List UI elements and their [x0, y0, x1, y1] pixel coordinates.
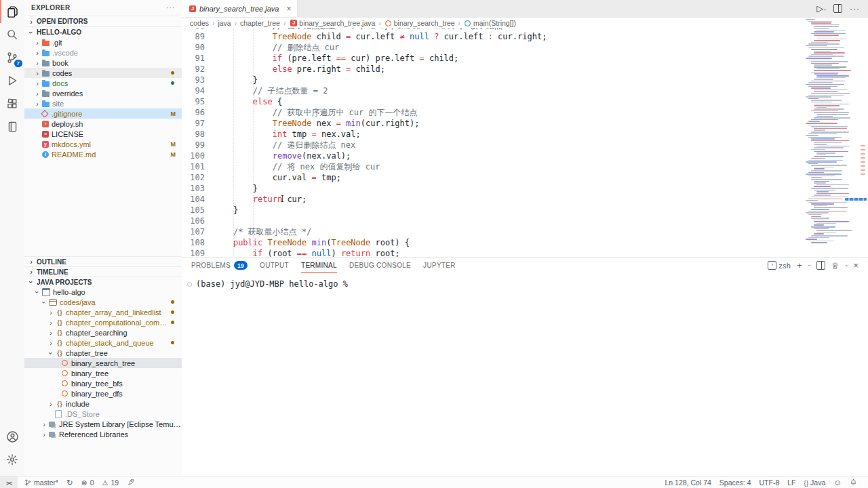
code-line[interactable]: 96 // 获取中序遍历中 cur 的下一个结点	[182, 107, 806, 118]
code-line[interactable]: 102 cur.val = tmp;	[182, 172, 806, 183]
close-tab-icon[interactable]: ×	[286, 4, 291, 14]
java-project-chapter-searching[interactable]: ›{ }chapter_searching	[24, 327, 182, 338]
status-feedback[interactable]: ☺	[833, 479, 842, 487]
file--gitignore[interactable]: .gitignoreM	[24, 108, 182, 119]
code-line[interactable]: 97 TreeNode nex = min(cur.right);	[182, 118, 806, 129]
more-actions-button[interactable]: ···	[850, 4, 860, 14]
java-project-chapter-computational-complexity[interactable]: ›{ }chapter_computational_complexity	[24, 317, 182, 327]
terminal-profile-button[interactable]: › zsh	[768, 261, 791, 270]
run-button[interactable]: ▷ ›	[816, 4, 826, 13]
file-book[interactable]: ›book	[24, 58, 182, 68]
split-editor-button[interactable]	[833, 4, 842, 13]
code-line[interactable]: 109 if (root == null) return root;	[182, 248, 806, 257]
file-site[interactable]: ›site	[24, 98, 182, 108]
panel-tab-terminal[interactable]: TERMINAL	[301, 258, 337, 273]
status-sync[interactable]: ↻	[66, 476, 73, 488]
code-line[interactable]: 103 }	[182, 183, 806, 194]
java-project-binary-tree[interactable]: binary_tree	[24, 368, 182, 378]
code-line[interactable]: 98 int tmp = nex.val;	[182, 129, 806, 140]
code-line[interactable]: 107 /* 获取最小结点 */	[182, 226, 806, 237]
activity-account[interactable]	[0, 425, 24, 448]
activity-notebook[interactable]	[0, 115, 24, 138]
code-line[interactable]: 105 }	[182, 205, 806, 216]
status-errors[interactable]: ⊗ 0	[81, 476, 94, 488]
file--vscode[interactable]: ›.vscode	[24, 47, 182, 58]
activity-search[interactable]	[0, 23, 24, 46]
section-java-projects[interactable]: › JAVA PROJECTS	[24, 277, 182, 287]
section-outline[interactable]: › OUTLINE	[24, 256, 182, 266]
file-docs[interactable]: ›docs	[24, 78, 182, 88]
code-line[interactable]: 92 else pre.right = child;	[182, 64, 806, 75]
code-line[interactable]: 100 remove(nex.val);	[182, 150, 806, 161]
breadcrumb-item[interactable]: Jbinary_search_tree.java	[289, 19, 375, 27]
status-git-branch[interactable]: master*	[24, 476, 58, 488]
breadcrumb-item[interactable]: codes	[190, 19, 209, 27]
code-line[interactable]: 93 }	[182, 75, 806, 85]
code-line[interactable]: 101 // 将 nex 的值复制给 cur	[182, 161, 806, 172]
java-project--ds-store[interactable]: .DS_Store	[24, 409, 182, 419]
java-project-chapter-stack-and-queue[interactable]: ›{ }chapter_stack_and_queue	[24, 338, 182, 348]
activity-extensions[interactable]	[0, 92, 24, 115]
file-readme-md[interactable]: iREADME.mdM	[24, 149, 182, 159]
file-license[interactable]: ≡LICENSE	[24, 129, 182, 139]
java-project-hello-algo[interactable]: ›hello-algo	[24, 287, 182, 297]
activity-explorer[interactable]	[0, 0, 24, 23]
split-terminal-button[interactable]	[816, 261, 825, 270]
panel-tab-debug-console[interactable]: DEBUG CONSOLE	[349, 258, 411, 273]
minimap[interactable]	[806, 19, 864, 245]
activity-settings[interactable]	[0, 448, 24, 471]
breadcrumb-item[interactable]: chapter_tree	[240, 19, 280, 27]
code-line[interactable]: 104 return cur;	[182, 194, 806, 205]
close-panel-icon[interactable]: ×	[854, 261, 859, 270]
java-project-chapter-tree[interactable]: ›{ }chapter_tree	[24, 348, 182, 358]
java-project-binary-tree-bfs[interactable]: binary_tree_bfs	[24, 378, 182, 388]
java-project-chapter-array-and-linkedlist[interactable]: ›{ }chapter_array_and_linkedlist	[24, 307, 182, 317]
section-timeline[interactable]: › TIMELINE	[24, 266, 182, 277]
code-line[interactable]: 106	[182, 216, 806, 226]
file--git[interactable]: ›.git	[24, 37, 182, 47]
new-terminal-button[interactable]: +	[797, 260, 802, 270]
breadcrumb-item[interactable]: main(String[])	[464, 19, 516, 27]
java-project-jre-system-library-eclipse-temurin-17-17-[interactable]: ›JRE System Library [Eclipse Temurin 17 …	[24, 419, 182, 429]
maximize-panel-icon[interactable]: ›	[843, 264, 850, 266]
tab-binary-search-tree[interactable]: J binary_search_tree.java ×	[182, 0, 298, 17]
code-editor[interactable]: 88 // 当子结点数量 = 0 / 1 时，child = null / 该子…	[182, 28, 806, 257]
kill-terminal-button[interactable]	[831, 262, 839, 270]
status-notifications[interactable]	[850, 479, 857, 486]
file-mkdocs-yml[interactable]: ymkdocs.ymlM	[24, 139, 182, 149]
file-overrides[interactable]: ›overrides	[24, 88, 182, 98]
status-eol[interactable]: LF	[787, 479, 795, 487]
java-project-codes-java[interactable]: ›codes/java	[24, 297, 182, 307]
status-java-server-mode[interactable]	[127, 476, 134, 488]
panel-tab-jupyter[interactable]: JUPYTER	[423, 258, 456, 273]
terminal-dropdown-icon[interactable]: ›	[806, 264, 813, 266]
status-indentation[interactable]: Spaces: 4	[719, 479, 751, 487]
breadcrumb-item[interactable]: binary_search_tree	[384, 19, 455, 27]
status-encoding[interactable]: UTF-8	[760, 479, 780, 487]
open-editors-section[interactable]: › OPEN EDITORS	[24, 16, 182, 26]
code-line[interactable]: 95 else {	[182, 96, 806, 107]
panel-tab-output[interactable]: OUTPUT	[260, 258, 289, 273]
workspace-root-row[interactable]: › HELLO-ALGO	[24, 26, 182, 37]
code-line[interactable]: 94 // 子结点数量 = 2	[182, 85, 806, 96]
activity-source-control[interactable]: 7	[0, 46, 24, 69]
breadcrumb-item[interactable]: java	[218, 19, 231, 27]
code-line[interactable]: 99 // 递归删除结点 nex	[182, 140, 806, 150]
status-language-mode[interactable]: { } Java	[804, 479, 826, 487]
status-remote[interactable]: ><	[0, 476, 18, 488]
java-project-include[interactable]: ›{ }include	[24, 399, 182, 409]
status-warnings[interactable]: ⚠ 19	[102, 476, 119, 488]
java-project-binary-tree-dfs[interactable]: binary_tree_dfs	[24, 388, 182, 399]
panel-tab-problems[interactable]: PROBLEMS 19	[191, 258, 248, 273]
status-cursor-position[interactable]: Ln 128, Col 74	[665, 479, 711, 487]
java-project-binary-search-tree[interactable]: binary_search_tree	[24, 358, 182, 368]
code-line[interactable]: 108 public TreeNode min(TreeNode root) {	[182, 237, 806, 248]
code-line[interactable]: 91 if (pre.left == cur) pre.left = child…	[182, 53, 806, 64]
activity-run-and-debug[interactable]	[0, 69, 24, 92]
file-codes[interactable]: ›codes	[24, 68, 182, 78]
terminal-output[interactable]: (base) jyd@JYD-MBP hello-algo %	[182, 273, 868, 289]
file-deploy-sh[interactable]: ›deploy.sh	[24, 119, 182, 129]
sidebar-more-actions-icon[interactable]: ···	[166, 4, 175, 12]
code-line[interactable]: 89 TreeNode child = cur.left ≠ null ? cu…	[182, 31, 806, 42]
java-project-referenced-libraries[interactable]: ›Referenced Libraries	[24, 429, 182, 439]
